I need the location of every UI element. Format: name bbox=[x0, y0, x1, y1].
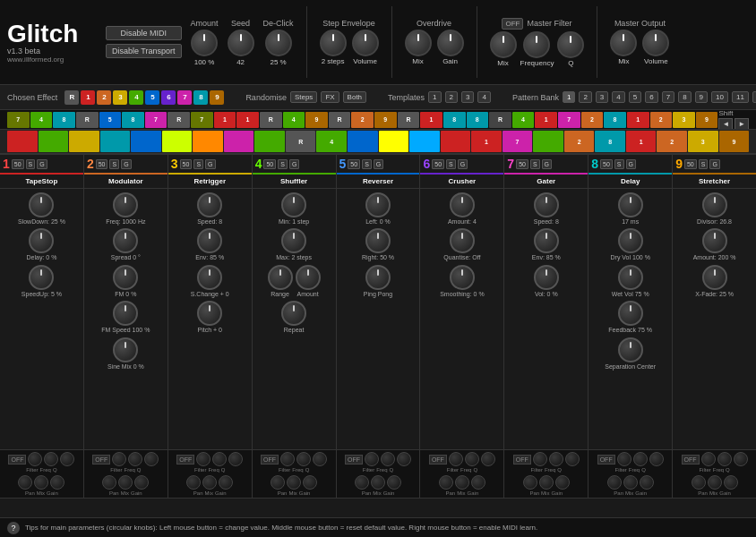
ch2-s-btn[interactable]: S bbox=[109, 159, 119, 169]
pattern-block[interactable] bbox=[39, 131, 69, 152]
pattern-cell[interactable]: 9 bbox=[305, 112, 328, 128]
effect-btn-3[interactable]: 3 bbox=[113, 90, 127, 105]
ch1-slowdown-knob[interactable] bbox=[29, 192, 54, 217]
pattern-cell[interactable]: 4 bbox=[283, 112, 305, 128]
pattern-bank-btn-3[interactable]: 3 bbox=[596, 91, 608, 103]
template-btn-2[interactable]: 2 bbox=[445, 91, 458, 103]
ch3-schange-knob[interactable] bbox=[197, 265, 222, 290]
pattern-bank-btn-10[interactable]: 10 bbox=[711, 91, 728, 103]
declick-knob[interactable] bbox=[265, 30, 292, 56]
ch8-gain-knob[interactable] bbox=[640, 475, 654, 490]
ch6-mix-knob[interactable] bbox=[455, 475, 469, 490]
ch4-q-knob[interactable] bbox=[313, 452, 327, 466]
ch4-s-btn[interactable]: S bbox=[278, 159, 288, 169]
ch1-delay-knob[interactable] bbox=[29, 228, 54, 253]
pattern-cell[interactable]: 2 bbox=[581, 112, 604, 128]
pattern-block[interactable] bbox=[348, 131, 378, 152]
ch1-step-count[interactable]: 50 bbox=[12, 159, 24, 169]
pattern-cell[interactable]: R bbox=[489, 112, 511, 128]
ch4-range-knob[interactable] bbox=[268, 265, 293, 290]
effect-btn-1[interactable]: 1 bbox=[81, 90, 95, 105]
pattern-block[interactable]: 9 bbox=[719, 131, 750, 152]
ch8-time-knob[interactable] bbox=[618, 192, 643, 217]
ch3-g-btn[interactable]: G bbox=[205, 159, 215, 169]
ch6-filter-knob[interactable] bbox=[449, 452, 463, 466]
ch6-q-knob[interactable] bbox=[481, 452, 495, 466]
ch5-q-knob[interactable] bbox=[397, 452, 411, 466]
ch3-q-knob[interactable] bbox=[228, 452, 243, 466]
ch3-gain-knob[interactable] bbox=[219, 475, 233, 490]
ch5-s-btn[interactable]: S bbox=[362, 159, 372, 169]
ch4-gain-knob[interactable] bbox=[303, 475, 317, 490]
ch2-off-btn[interactable]: OFF bbox=[92, 455, 110, 465]
ch1-q-knob[interactable] bbox=[60, 452, 74, 466]
pattern-block[interactable]: 3 bbox=[688, 131, 718, 152]
ch3-pan-knob[interactable] bbox=[186, 475, 201, 490]
master-filter-mix-knob[interactable] bbox=[490, 31, 517, 58]
master-output-volume-knob[interactable] bbox=[642, 30, 669, 56]
ch7-pan-knob[interactable] bbox=[523, 475, 537, 490]
ch3-freq-knob[interactable] bbox=[212, 452, 227, 466]
pattern-block[interactable]: 2 bbox=[657, 131, 687, 152]
template-btn-4[interactable]: 4 bbox=[477, 91, 490, 103]
ch2-freq-knob[interactable] bbox=[128, 452, 142, 466]
pattern-cell[interactable]: 7 bbox=[191, 112, 213, 128]
ch7-env-knob[interactable] bbox=[534, 228, 559, 253]
pattern-block[interactable] bbox=[379, 131, 409, 152]
pattern-bank-btn-7[interactable]: 7 bbox=[662, 91, 674, 103]
ch9-gain-knob[interactable] bbox=[724, 475, 738, 490]
ch4-amount-knob[interactable] bbox=[296, 265, 321, 290]
ch6-off-btn[interactable]: OFF bbox=[429, 455, 447, 465]
pattern-cell[interactable]: 8 bbox=[443, 112, 466, 128]
ch6-g-btn[interactable]: G bbox=[458, 159, 468, 169]
pattern-bank-btn-9[interactable]: 9 bbox=[695, 91, 708, 103]
ch9-off-btn[interactable]: OFF bbox=[682, 455, 700, 465]
effect-btn-2[interactable]: 2 bbox=[97, 90, 111, 105]
ch7-mix-knob[interactable] bbox=[539, 475, 554, 490]
ch8-mix-knob[interactable] bbox=[623, 475, 638, 490]
ch1-mix-knob[interactable] bbox=[34, 475, 48, 490]
pattern-cell[interactable]: R bbox=[168, 112, 190, 128]
ch5-g-btn[interactable]: G bbox=[374, 159, 383, 169]
step-envelope-volume-knob[interactable] bbox=[352, 30, 379, 56]
effect-btn-r[interactable]: R bbox=[64, 90, 79, 105]
ch1-pan-knob[interactable] bbox=[18, 475, 32, 490]
pattern-block[interactable]: 4 bbox=[316, 131, 347, 152]
ch8-wetvol-knob[interactable] bbox=[618, 265, 643, 290]
ch2-spread-knob[interactable] bbox=[113, 228, 138, 253]
seed-knob[interactable] bbox=[228, 30, 254, 56]
ch9-g-btn[interactable]: G bbox=[709, 159, 719, 169]
amount-knob[interactable] bbox=[191, 30, 218, 56]
pattern-cell[interactable]: 8 bbox=[122, 112, 144, 128]
pattern-cell[interactable]: R bbox=[398, 112, 420, 128]
ch8-dryvol-knob[interactable] bbox=[618, 228, 643, 253]
ch2-filter-knob[interactable] bbox=[112, 452, 126, 466]
ch8-separation-knob[interactable] bbox=[618, 337, 643, 362]
pattern-block[interactable] bbox=[224, 131, 254, 152]
pattern-cell[interactable]: 1 bbox=[627, 112, 649, 128]
ch7-g-btn[interactable]: G bbox=[542, 159, 552, 169]
pattern-cell[interactable]: 4 bbox=[512, 112, 535, 128]
effect-btn-6[interactable]: 6 bbox=[161, 90, 176, 105]
ch5-freq-knob[interactable] bbox=[381, 452, 395, 466]
ch7-step-count[interactable]: 50 bbox=[516, 159, 528, 169]
ch1-off-btn[interactable]: OFF bbox=[8, 455, 26, 465]
ch4-step-count[interactable]: 50 bbox=[263, 159, 276, 169]
ch9-xfade-knob[interactable] bbox=[702, 265, 727, 290]
pattern-bank-btn-5[interactable]: 5 bbox=[629, 91, 641, 103]
ch5-pan-knob[interactable] bbox=[355, 475, 369, 490]
ch7-vol-knob[interactable] bbox=[534, 265, 559, 290]
pattern-cell[interactable]: R bbox=[76, 112, 99, 128]
pattern-cell[interactable]: 8 bbox=[53, 112, 75, 128]
effect-btn-8[interactable]: 8 bbox=[193, 90, 208, 105]
effect-btn-9[interactable]: 9 bbox=[210, 90, 224, 105]
randomise-both-btn[interactable]: Both bbox=[343, 91, 366, 103]
pattern-cell[interactable]: 7 bbox=[558, 112, 580, 128]
ch4-off-btn[interactable]: OFF bbox=[261, 455, 279, 465]
ch8-freq-knob[interactable] bbox=[633, 452, 648, 466]
ch2-q-knob[interactable] bbox=[144, 452, 159, 466]
ch2-gain-knob[interactable] bbox=[134, 475, 149, 490]
pattern-cell[interactable]: 5 bbox=[99, 112, 122, 128]
pattern-block[interactable] bbox=[441, 131, 471, 152]
effect-btn-4[interactable]: 4 bbox=[129, 90, 143, 105]
